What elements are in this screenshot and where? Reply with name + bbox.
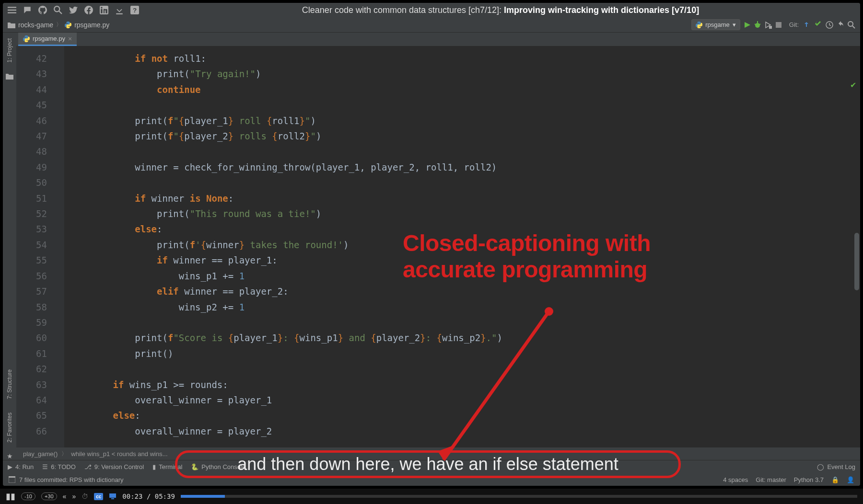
star-icon[interactable]: ★ [7, 452, 13, 460]
svg-point-7 [101, 7, 102, 8]
chevron-icon: 〉 [56, 21, 62, 29]
editor-tabs: rpsgame.py × [16, 33, 860, 46]
svg-rect-0 [8, 7, 16, 8]
linkedin-icon[interactable] [100, 6, 108, 14]
svg-rect-14 [769, 26, 772, 29]
nav-bar: rocks-game 〉 rpsgame.py rpsgame ▾ Git: [3, 17, 860, 33]
video-controls: ▮▮ -10 +30 « » ⏱ cc 00:23 / 05:39 [0, 489, 863, 504]
chevron-down-icon: ▾ [733, 21, 736, 28]
run-icon[interactable] [743, 21, 751, 29]
line-numbers: 4243444546474849505152535455565758596061… [16, 46, 56, 447]
code-editor[interactable]: 4243444546474849505152535455565758596061… [16, 46, 860, 447]
svg-rect-25 [111, 498, 114, 499]
folder-icon[interactable] [6, 72, 13, 80]
github-icon[interactable] [38, 6, 47, 14]
interpreter-status[interactable]: Python 3.7 [794, 476, 824, 483]
code-content[interactable]: if not roll1: print("Try again!") contin… [64, 46, 860, 447]
speed-button[interactable]: ⏱ [82, 493, 88, 500]
vcs-history-icon[interactable] [826, 21, 833, 29]
vcs-commit-icon[interactable] [814, 21, 822, 29]
tool-run[interactable]: ▶4: Run [8, 463, 34, 470]
window-title: Cleaner code with common data structures… [146, 5, 855, 15]
nav-file[interactable]: rpsgame.py [74, 21, 109, 29]
titlebar: ? Cleaner code with common data structur… [3, 3, 860, 17]
twitter-icon[interactable] [69, 6, 78, 14]
svg-rect-15 [776, 22, 781, 28]
tool-eventlog[interactable]: ◯Event Log [817, 463, 855, 470]
lock-icon[interactable]: 🔒 [831, 476, 839, 483]
folder-icon [8, 22, 15, 28]
run-coverage-icon[interactable] [764, 21, 772, 29]
ide-window: ? Cleaner code with common data structur… [3, 3, 860, 486]
git-branch-status[interactable]: Git: master [756, 476, 786, 483]
prev-button[interactable]: « [63, 493, 67, 500]
tool-structure[interactable]: 7: Structure [6, 366, 13, 403]
comments-icon[interactable] [23, 6, 32, 14]
jump-back-button[interactable]: -10 [21, 493, 35, 500]
facebook-icon[interactable] [84, 6, 93, 14]
search-icon[interactable] [848, 21, 855, 29]
window-icon[interactable] [9, 476, 15, 483]
caption-highlight-box: and then down here, we have an if else s… [175, 450, 681, 478]
left-tool-strip: 1: Project 7: Structure 2: Favorites ★ [3, 33, 16, 460]
scrollbar-thumb[interactable] [854, 233, 859, 290]
nav-folder[interactable]: rocks-game [18, 21, 53, 29]
scrollbar[interactable] [854, 75, 859, 447]
menu-icon[interactable] [8, 6, 16, 14]
svg-line-4 [59, 11, 62, 14]
help-icon[interactable]: ? [130, 6, 139, 14]
tool-vcs[interactable]: ⎇9: Version Control [84, 463, 144, 470]
svg-rect-1 [8, 10, 16, 11]
fold-gutter [56, 46, 64, 447]
svg-point-10 [755, 23, 760, 28]
python-icon [696, 22, 702, 28]
svg-point-3 [54, 6, 59, 11]
python-icon [65, 22, 71, 28]
svg-rect-24 [109, 493, 116, 498]
tool-project[interactable]: 1: Project [6, 34, 13, 67]
progress-bar[interactable] [181, 495, 857, 498]
search-icon[interactable] [54, 6, 62, 14]
commit-status: 7 files committed: RPS with dictionary [19, 476, 123, 483]
svg-rect-2 [8, 12, 16, 13]
video-time: 00:23 / 05:39 [122, 493, 175, 500]
vcs-update-icon[interactable] [803, 21, 810, 29]
stop-icon[interactable] [775, 21, 782, 29]
svg-text:?: ? [133, 7, 137, 14]
indent-status[interactable]: 4 spaces [723, 476, 748, 483]
play-pause-button[interactable]: ▮▮ [6, 491, 15, 502]
svg-rect-20 [9, 476, 15, 478]
svg-line-18 [852, 26, 855, 28]
python-icon [23, 35, 30, 42]
svg-rect-6 [101, 9, 102, 13]
debug-icon[interactable] [754, 21, 761, 29]
download-icon[interactable] [115, 6, 124, 14]
next-button[interactable]: » [72, 493, 76, 500]
tab-rpsgame[interactable]: rpsgame.py × [18, 33, 77, 46]
chevron-icon: 〉 [61, 450, 67, 458]
video-title: Improving win-tracking with dictionaries… [504, 5, 699, 15]
jump-forward-button[interactable]: +30 [41, 493, 57, 500]
cc-button[interactable]: cc [94, 493, 103, 500]
tab-label: rpsgame.py [33, 35, 65, 42]
run-config-selector[interactable]: rpsgame ▾ [691, 19, 740, 30]
progress-fill [181, 495, 225, 498]
svg-point-17 [848, 22, 853, 26]
tool-todo[interactable]: ☰6: TODO [42, 463, 76, 470]
vcs-revert-icon[interactable] [837, 21, 845, 29]
closed-caption: and then down here, we have an if else s… [237, 454, 618, 474]
git-label: Git: [789, 21, 799, 28]
chapter-prefix: Cleaner code with common data structures… [302, 5, 504, 15]
close-tab-icon[interactable]: × [68, 35, 72, 43]
tool-favorites[interactable]: 2: Favorites [6, 409, 13, 447]
monitor-icon[interactable] [109, 493, 117, 500]
reader-icon[interactable]: 👤 [847, 476, 854, 483]
